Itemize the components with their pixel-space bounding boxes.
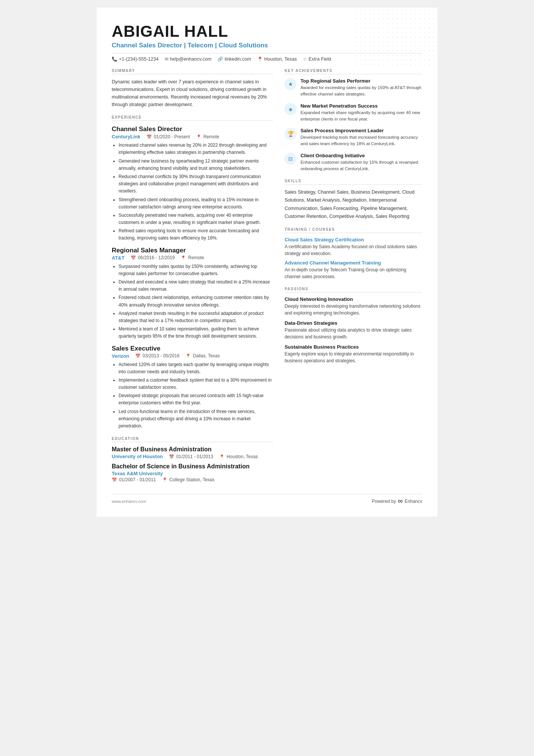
job-location-3: 📍 Dallas, Texas	[186, 353, 220, 358]
main-columns: SUMMARY Dynamic sales leader with over 7…	[112, 69, 422, 482]
achievement-desc-1: Awarded for exceeding sales quotas by 15…	[300, 85, 422, 98]
passion-title-1: Cloud Networking Innovation	[284, 296, 422, 302]
footer: www.enhancv.com Powered by ∞ Enhancv	[112, 494, 422, 505]
job-location-2: 📍 Remote	[181, 255, 204, 260]
achievement-icon-3: 🏆	[284, 128, 297, 140]
bullet-1-1: Increased channel sales revenue by 20% i…	[119, 142, 273, 156]
passion-title-2: Data-Driven Strategies	[284, 320, 422, 326]
achievement-title-1: Top Regional Sales Performer	[300, 78, 422, 84]
contact-phone: 📞 +1-(234)-555-1234	[112, 56, 159, 62]
achievement-4: ⊟ Client Onboarding Initiative Enhanced …	[284, 153, 422, 172]
job-title-2: Regional Sales Manager	[112, 247, 273, 254]
contact-email: ✉ help@enhancv.com	[165, 56, 212, 62]
bullet-1-4: Strengthened client onboarding process, …	[119, 196, 273, 211]
bullet-2-1: Surpassed monthly sales quotas by 150% c…	[119, 263, 273, 277]
job-bullets-3: Achieved 120% of sales targets each quar…	[112, 361, 273, 430]
job-company-2: AT&T	[112, 255, 125, 261]
contact-extra: ☆ Extra Field	[303, 56, 331, 62]
decorative-dots	[354, 8, 437, 68]
bullet-3-1: Achieved 120% of sales targets each quar…	[119, 361, 273, 376]
link-icon: 🔗	[217, 56, 223, 62]
star-icon: ☆	[303, 56, 307, 62]
edu-dates-2: 📅 01/2007 - 01/2011	[112, 477, 156, 482]
edu-meta-2: Texas A&M University	[112, 471, 273, 476]
location-icon: 📍	[257, 56, 263, 62]
edu-dates-1: 📅 01/2011 - 01/2013	[169, 454, 213, 459]
summary-label: SUMMARY	[112, 69, 273, 74]
achievement-desc-2: Expanded market share significantly by a…	[300, 110, 422, 123]
calendar-icon-2: 📅	[131, 255, 136, 260]
bullet-2-2: Devised and executed a new sales strateg…	[119, 279, 273, 293]
edu-location-2: 📍 College Station, Texas	[162, 477, 215, 482]
resume-page: ABIGAIL HALL Channel Sales Director | Te…	[97, 8, 437, 517]
training-title-1: Cloud Sales Strategy Certification	[284, 237, 422, 243]
achievement-icon-1: ★	[284, 78, 297, 90]
powered-by-label: Powered by	[372, 499, 396, 504]
achievements-label: KEY ACHIEVEMENTS	[284, 69, 422, 74]
edu-school-2: Texas A&M University	[112, 471, 163, 476]
achievement-icon-4: ⊟	[284, 153, 297, 165]
bullet-1-2: Generated new business by spearheading 1…	[119, 158, 273, 172]
job-dates-1: 📅 01/2020 - Present	[147, 134, 190, 139]
email-icon: ✉	[165, 56, 169, 62]
pin-icon-3: 📍	[186, 354, 191, 358]
education-label: EDUCATION	[112, 437, 273, 442]
achievement-title-2: New Market Penetration Success	[300, 103, 422, 109]
bullet-1-5: Successfully penetrated new markets, acq…	[119, 212, 273, 226]
cal-icon-edu2: 📅	[112, 477, 117, 482]
passion-desc-3: Eagerly explore ways to integrate enviro…	[284, 351, 422, 364]
diamond-achievement-icon: ◈	[289, 106, 293, 112]
achievement-3: 🏆 Sales Process Improvement Leader Devel…	[284, 128, 422, 147]
footer-brand: Powered by ∞ Enhancv	[372, 497, 422, 505]
skills-text: Sales Strategy, Channel Sales, Business …	[284, 188, 422, 221]
experience-label: EXPERIENCE	[112, 115, 273, 121]
training-desc-1: A certification by Sales Academy focused…	[284, 243, 422, 257]
box-achievement-icon: ⊟	[288, 156, 293, 162]
cal-icon-edu1: 📅	[169, 454, 174, 459]
brand-name: Enhancv	[404, 499, 422, 504]
achievement-title-4: Client Onboarding Initiative	[300, 153, 422, 158]
skills-label: SKILLS	[284, 179, 422, 185]
bullet-3-4: Led cross-functional teams in the introd…	[119, 408, 273, 430]
job-meta-3: Verizon 📅 03/2013 - 05/2016 📍 Dallas, Te…	[112, 353, 273, 359]
achievement-title-3: Sales Process Improvement Leader	[300, 128, 422, 133]
pin-icon-2: 📍	[181, 255, 186, 260]
job-dates-3: 📅 03/2013 - 05/2016	[135, 353, 180, 358]
edu-school-1: University of Houston	[112, 454, 163, 459]
job-title-3: Sales Executive	[112, 345, 273, 352]
pin-icon-edu1: 📍	[219, 454, 225, 459]
bullet-1-3: Reduced channel conflicts by 30% through…	[119, 173, 273, 195]
star-achievement-icon: ★	[288, 81, 293, 87]
edu-meta-2b: 📅 01/2007 - 01/2011 📍 College Station, T…	[112, 477, 273, 482]
job-title-1: Channel Sales Director	[112, 125, 273, 133]
passion-title-3: Sustainable Business Practices	[284, 344, 422, 350]
bullet-3-3: Developed strategic proposals that secur…	[119, 392, 273, 407]
achievement-icon-2: ◈	[284, 103, 297, 115]
bullet-3-2: Implemented a customer feedback system t…	[119, 377, 273, 391]
job-dates-2: 📅 06/2016 - 12/2019	[131, 255, 175, 260]
passions-label: PASSIONS	[284, 287, 422, 293]
contact-location: 📍 Houston, Texas	[257, 56, 297, 62]
calendar-icon-1: 📅	[147, 135, 152, 139]
achievement-1: ★ Top Regional Sales Performer Awarded f…	[284, 78, 422, 98]
achievement-desc-3: Developed tracking tools that increased …	[300, 134, 422, 147]
degree-2: Bachelor of Science in Business Administ…	[112, 463, 273, 470]
bullet-2-4: Analyzed market trends resulting in the …	[119, 310, 273, 324]
job-company-1: CenturyLink	[112, 134, 141, 139]
training-desc-2: An in-depth course by Telecom Training G…	[284, 266, 422, 280]
passion-desc-1: Deeply interested in developing transfor…	[284, 303, 422, 316]
degree-1: Master of Business Administration	[112, 446, 273, 453]
trophy-achievement-icon: 🏆	[287, 131, 294, 137]
edu-location-1: 📍 Houston, Texas	[219, 454, 258, 459]
bullet-2-5: Mentored a team of 10 sales representati…	[119, 326, 273, 340]
calendar-icon-3: 📅	[135, 354, 141, 358]
brand-logo-icon: ∞	[398, 497, 403, 505]
footer-website: www.enhancv.com	[112, 499, 146, 504]
achievement-2: ◈ New Market Penetration Success Expande…	[284, 103, 422, 123]
job-bullets-1: Increased channel sales revenue by 20% i…	[112, 142, 273, 242]
contact-website: 🔗 linkedin.com	[217, 56, 251, 62]
pin-icon-1: 📍	[196, 135, 201, 139]
training-title-2: Advanced Channel Management Training	[284, 260, 422, 266]
job-bullets-2: Surpassed monthly sales quotas by 150% c…	[112, 263, 273, 340]
pin-icon-edu2: 📍	[162, 477, 167, 482]
